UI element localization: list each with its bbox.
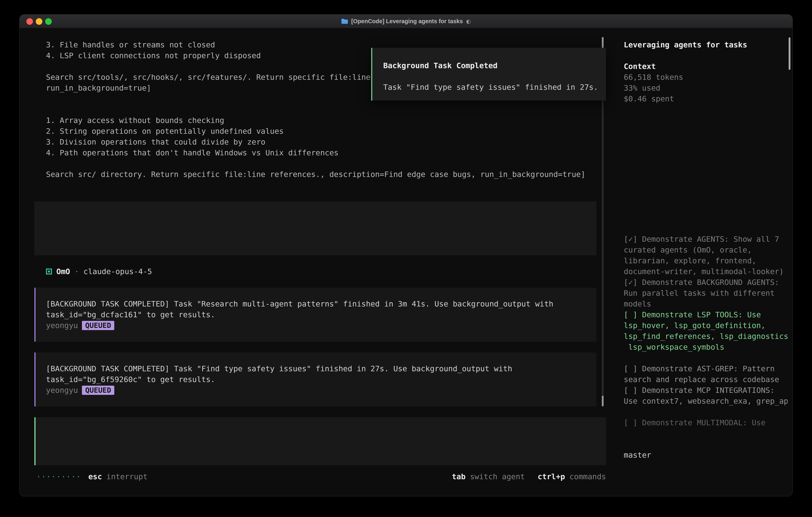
ctrlp-key-hint: ctrl+p xyxy=(538,472,565,481)
status-badge: QUEUED xyxy=(82,321,114,330)
todo-line-active: lsp_find_references, lsp_diagnostics, xyxy=(624,331,788,342)
agent-model: claude-opus-4-5 xyxy=(84,266,152,277)
mcp-item: •context7Connected xyxy=(624,126,788,137)
log-line: 2. String operations on potentially unde… xyxy=(20,126,616,137)
tab-key-hint: tab xyxy=(452,472,466,481)
todo-line: search and replace across codebase xyxy=(624,374,788,385)
todo-line: [✓] Demonstrate BACKGROUND AGENTS: xyxy=(624,277,788,288)
traffic-lights xyxy=(26,15,52,28)
folder-icon xyxy=(341,19,348,24)
context-used: 33% used xyxy=(624,83,788,93)
message-text: task_id="bg_dcfac161" to get results. xyxy=(46,309,597,320)
lsp-item: •eslint xyxy=(624,201,788,212)
todo-line-active: lsp_hover, lsp_goto_definition, xyxy=(624,320,788,331)
lsp-section-header[interactable]: ▼LSP xyxy=(624,169,788,180)
agent-square-icon xyxy=(46,269,52,274)
mcp-section-header[interactable]: ▼MCP xyxy=(624,115,788,126)
workspace-branch: master xyxy=(624,450,788,460)
oracle-task-panel[interactable]: ◉ Oracle Task "Deep architecture review"… xyxy=(34,201,597,255)
todo-line: curated agents (OmO, oracle, xyxy=(624,245,788,255)
spinner-dots: ········· xyxy=(36,472,81,481)
context-spent: $0.46 spent xyxy=(624,93,788,104)
workspace-path: ~/local-workspaces/oh-my-opencode: xyxy=(624,439,788,450)
message-meta: yeongyu QUEUED xyxy=(46,385,597,396)
input-model-row: OmOOpus 4.5Anthropic xyxy=(46,450,606,460)
context-tokens: 66,518 tokens xyxy=(624,72,788,83)
ctrlp-key-label: commands xyxy=(570,472,606,481)
minimize-button[interactable] xyxy=(36,18,42,25)
agent-session-header: OmO · claude-opus-4-5 xyxy=(20,266,616,277)
mcp-item: •websearch_exaConnected xyxy=(624,147,788,158)
maximize-button[interactable] xyxy=(45,18,52,25)
chat-scrollbar-thumb[interactable] xyxy=(602,396,604,406)
lsp-item: •typescript xyxy=(624,191,788,201)
separator-dot: · xyxy=(75,266,79,277)
subagent-nav-hint: ctrl+x right, ctrl+x left to navigate be… xyxy=(46,234,597,245)
context-heading: Context xyxy=(624,61,788,72)
esc-key-label: interrupt xyxy=(107,472,148,481)
message-background-task-1: [BACKGROUND TASK COMPLETED] Task "Resear… xyxy=(34,288,597,342)
todo-line: [ ] Demonstrate AST-GREP: Pattern xyxy=(624,363,788,374)
session-status-icon: ◐ xyxy=(466,18,471,24)
message-text: task_id="bg_6f59260c" to get results. xyxy=(46,374,597,385)
window-title-group: [OpenCode] Leveraging agents for tasks ◐ xyxy=(341,18,471,25)
chat-pane: 3. File handles or streams not closed 4.… xyxy=(20,28,616,496)
input-line[interactable] xyxy=(46,428,606,439)
notification-title: Background Task Completed xyxy=(383,60,606,71)
status-bar: ········· esc interrupt tab switch agent… xyxy=(36,471,606,482)
todo-line: librarian, explore, frontend, xyxy=(624,255,788,266)
status-badge: QUEUED xyxy=(82,386,114,395)
lsp-item: •markdown-oxide xyxy=(624,180,788,191)
todo-line: document-writer, multimodal-looker) xyxy=(624,266,788,277)
esc-key-hint: esc xyxy=(88,472,102,481)
agent-name: OmO xyxy=(56,266,70,277)
todo-section-header[interactable]: ▼Todo xyxy=(624,223,788,234)
sidebar-scrollbar-thumb[interactable] xyxy=(789,37,790,70)
terminal-window: [OpenCode] Leveraging agents for tasks ◐… xyxy=(19,14,793,496)
close-button[interactable] xyxy=(26,18,33,25)
tool-call-line: ⚙call_omo_agent [subagent_type=explore, … xyxy=(20,104,616,115)
todo-line: [ ] Demonstrate MULTIMODAL: Use xyxy=(624,417,788,428)
session-sidebar: Leveraging agents for tasks Context 66,5… xyxy=(616,28,792,496)
todo-line: [✓] Demonstrate AGENTS: Show all 7 xyxy=(624,234,788,245)
message-background-task-2: [BACKGROUND TASK COMPLETED] Task "Find t… xyxy=(34,352,597,406)
tab-key-label: switch agent xyxy=(470,472,525,481)
log-line: 1. Array access without bounds checking xyxy=(20,115,616,126)
todo-line: models xyxy=(624,298,788,309)
session-title: Leveraging agents for tasks xyxy=(624,39,788,50)
message-text: [BACKGROUND TASK COMPLETED] Task "Find t… xyxy=(46,363,597,374)
message-meta: yeongyu QUEUED xyxy=(46,320,597,331)
todo-line-active: [ ] Demonstrate LSP TOOLS: Use xyxy=(624,309,788,320)
todo-line: Run parallel tasks with different xyxy=(624,288,788,298)
mcp-item: •grep_appConnected xyxy=(624,137,788,147)
window-title: [OpenCode] Leveraging agents for tasks xyxy=(351,18,463,25)
log-line: 4. Path operations that don't handle Win… xyxy=(20,147,616,158)
toast-notification[interactable]: Background Task Completed Task "Find typ… xyxy=(371,48,606,101)
todo-line: Use context7, websearch_exa, grep_app xyxy=(624,396,788,406)
oracle-task-label: ◉ Oracle Task "Deep architecture review" xyxy=(46,212,597,223)
message-author: yeongyu xyxy=(46,320,78,331)
todo-line: [ ] Demonstrate MCP INTEGRATIONS: xyxy=(624,385,788,396)
log-line: 3. Division operations that could divide… xyxy=(20,137,616,147)
notification-body: Task "Find type safety issues" finished … xyxy=(383,82,606,92)
todo-line-active: lsp_workspace_symbols xyxy=(624,342,788,352)
version-row: •OpenCode1.0.163 xyxy=(624,471,788,482)
message-text: [BACKGROUND TASK COMPLETED] Task "Resear… xyxy=(46,298,597,309)
log-line xyxy=(20,158,616,169)
message-author: yeongyu xyxy=(46,385,78,396)
prompt-input[interactable]: OmOOpus 4.5Anthropic xyxy=(34,417,606,465)
log-line: Search src/ directory. Return specific f… xyxy=(20,169,616,180)
titlebar[interactable]: [OpenCode] Leveraging agents for tasks ◐ xyxy=(20,15,792,28)
